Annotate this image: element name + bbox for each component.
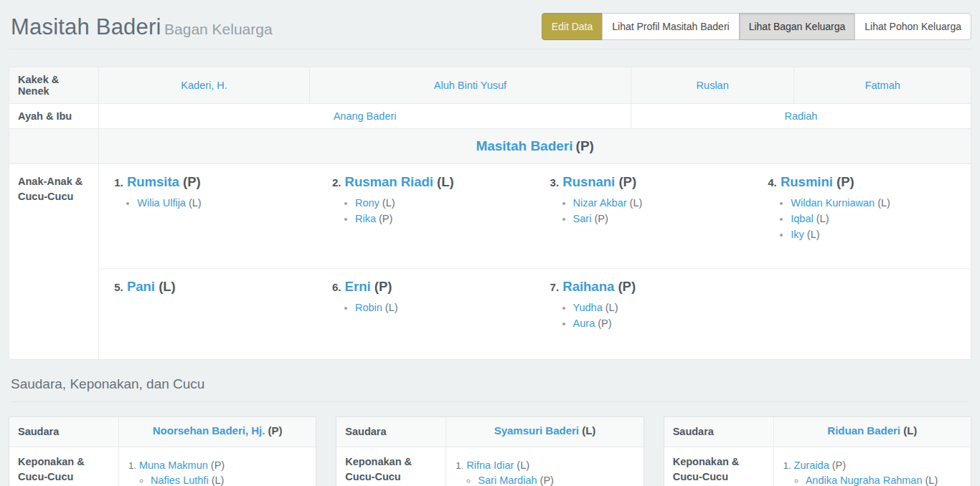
grandchild-link[interactable]: Yudha bbox=[573, 302, 603, 313]
grandchild-link[interactable]: Sari bbox=[573, 213, 592, 224]
gender-tag: (P) bbox=[832, 459, 846, 471]
nephews-label: Keponakan & Cucu-Cucu bbox=[9, 447, 119, 486]
gender-tag: (L) bbox=[807, 229, 820, 240]
grandchild-item: Rony (L) bbox=[355, 198, 529, 209]
child-entry-empty bbox=[753, 269, 971, 359]
sibling-header-row: Saudara Riduan Baderi (L) bbox=[664, 417, 971, 447]
gender-tag: (P) bbox=[594, 213, 608, 224]
nephew-child-link[interactable]: Nafies Luthfi bbox=[151, 475, 209, 486]
gender-tag: (L) bbox=[385, 302, 398, 313]
child-entry: 2. Rusman Riadi (L) Rony (L) Rika (P) bbox=[317, 164, 535, 268]
sibling-link[interactable]: Riduan Baderi bbox=[827, 424, 900, 437]
sibling-name-cell: Syamsuri Baderi (L) bbox=[446, 417, 643, 447]
child-number: 7. bbox=[550, 281, 560, 293]
child-link[interactable]: Rusmini bbox=[781, 174, 833, 189]
grandchild-item: Wildan Kurniawan (L) bbox=[791, 198, 965, 209]
grandchild-item: Rika (P) bbox=[355, 214, 529, 224]
grandparents-row: Kakek & Nenek Kaderi, H. Aluh Binti Yusu… bbox=[9, 67, 971, 104]
grandchild-link[interactable]: Iqbal bbox=[791, 213, 813, 224]
child-link[interactable]: Rusman Riadi bbox=[345, 174, 433, 189]
view-chart-button[interactable]: Lihat Bagan Keluarga bbox=[739, 13, 856, 40]
sibling-link[interactable]: Noorsehan Baderi, Hj. bbox=[153, 424, 265, 437]
nephew-number: 1. bbox=[783, 460, 791, 471]
parent-link[interactable]: Radiah bbox=[784, 110, 817, 122]
gender-tag: (P) bbox=[576, 138, 594, 153]
gender-tag: (L) bbox=[582, 424, 595, 437]
family-chart-table: Kakek & Nenek Kaderi, H. Aluh Binti Yusu… bbox=[9, 67, 971, 360]
child-link[interactable]: Raihana bbox=[562, 279, 614, 294]
grandchild-item: Aura (P) bbox=[573, 318, 748, 329]
view-profile-button[interactable]: Lihat Profil Masitah Baderi bbox=[602, 13, 739, 40]
nephews-list: 1. Zuraida (P) Andika Nugraha Rahman (L) bbox=[774, 447, 971, 486]
grandchild-item: Iqbal (L) bbox=[791, 214, 965, 224]
grandparent-link[interactable]: Ruslan bbox=[697, 80, 729, 91]
nephew-link[interactable]: Zuraida bbox=[794, 459, 829, 471]
nephew-link[interactable]: Rifna Idiar bbox=[466, 459, 514, 471]
nephew-child-item: Andika Nugraha Rahman (L) bbox=[806, 475, 965, 486]
nephew-child-item: Nafies Luthfi (L) bbox=[151, 475, 310, 486]
nephew-entry: 1. Muna Makmun (P) Nafies Luthfi (L) bbox=[128, 459, 310, 486]
grandchild-link[interactable]: Rony bbox=[355, 197, 380, 209]
nephew-entry: 1. Rifna Idiar (L) Sari Mardiah (P) bbox=[456, 459, 637, 486]
parent-link[interactable]: Anang Baderi bbox=[334, 110, 397, 122]
page: Masitah Baderi Bagan Keluarga Edit Data … bbox=[0, 0, 980, 486]
child-entry: 4. Rusmini (P) Wildan Kurniawan (L) Iqba… bbox=[753, 164, 971, 268]
page-subtitle: Bagan Keluarga bbox=[164, 21, 273, 37]
nephews-label: Keponakan & Cucu-Cucu bbox=[664, 447, 774, 486]
grandparent-link[interactable]: Kaderi, H. bbox=[181, 80, 227, 91]
gender-tag: (L) bbox=[159, 279, 176, 294]
gender-tag: (L) bbox=[382, 197, 395, 209]
gender-tag: (L) bbox=[877, 197, 890, 209]
gender-tag: (L) bbox=[189, 197, 202, 209]
child-link[interactable]: Erni bbox=[345, 279, 371, 294]
sibling-label: Saudara bbox=[664, 417, 774, 447]
nephews-row: Keponakan & Cucu-Cucu 1. Rifna Idiar (L)… bbox=[336, 447, 643, 486]
grandchild-link[interactable]: Iky bbox=[791, 229, 804, 240]
child-number: 4. bbox=[768, 176, 777, 189]
nephews-list: 1. Rifna Idiar (L) Sari Mardiah (P) bbox=[446, 447, 643, 486]
nephew-entry: 1. Zuraida (P) Andika Nugraha Rahman (L) bbox=[783, 459, 965, 486]
grandchild-link[interactable]: Robin bbox=[355, 302, 382, 313]
child-link[interactable]: Rusnani bbox=[562, 174, 615, 189]
nephews-row: Keponakan & Cucu-Cucu 1. Muna Makmun (P)… bbox=[9, 447, 316, 486]
children-label: Anak-Anak & Cucu-Cucu bbox=[9, 164, 99, 360]
gender-tag: (L) bbox=[437, 174, 454, 189]
gender-tag: (P) bbox=[837, 174, 854, 189]
grandchild-item: Robin (L) bbox=[355, 302, 529, 313]
nephew-child-link[interactable]: Andika Nugraha Rahman bbox=[806, 475, 923, 486]
grandchild-link[interactable]: Wildan Kurniawan bbox=[791, 197, 875, 209]
gender-tag: (P) bbox=[540, 475, 554, 486]
grandparent-link[interactable]: Fatmah bbox=[865, 80, 900, 91]
view-tree-button[interactable]: Lihat Pohon Keluarga bbox=[854, 13, 971, 40]
sibling-cards: Saudara Noorsehan Baderi, Hj. (P) Kepona… bbox=[9, 416, 971, 486]
child-number: 1. bbox=[114, 176, 123, 189]
gender-tag: (P) bbox=[618, 174, 636, 189]
self-label-empty bbox=[9, 129, 99, 164]
grandparent-cell: Ruslan bbox=[631, 67, 794, 104]
child-entry: 1. Rumsita (P) Wilia Ulfija (L) bbox=[99, 164, 317, 268]
view-button-group: Edit Data Lihat Profil Masitah Baderi Li… bbox=[542, 13, 971, 40]
parent-cell: Anang Baderi bbox=[99, 104, 631, 129]
nephew-link[interactable]: Muna Makmun bbox=[139, 459, 208, 471]
edit-data-button[interactable]: Edit Data bbox=[542, 13, 603, 40]
nephews-label: Keponakan & Cucu-Cucu bbox=[336, 447, 446, 486]
child-entry: 7. Raihana (P) Yudha (L) Aura (P) bbox=[535, 269, 753, 359]
nephew-child-link[interactable]: Sari Mardiah bbox=[478, 475, 537, 486]
grandchild-link[interactable]: Rika bbox=[355, 213, 376, 224]
grandparent-cell: Fatmah bbox=[794, 67, 971, 104]
child-link[interactable]: Pani bbox=[127, 279, 155, 294]
child-number: 5. bbox=[114, 281, 123, 293]
grandchild-link[interactable]: Nizar Akbar bbox=[573, 197, 627, 209]
sibling-link[interactable]: Syamsuri Baderi bbox=[494, 424, 579, 437]
grandchild-link[interactable]: Wilia Ulfija bbox=[137, 197, 186, 209]
parent-cell: Radiah bbox=[631, 104, 971, 129]
child-link[interactable]: Rumsita bbox=[127, 174, 179, 189]
grandparent-link[interactable]: Aluh Binti Yusuf bbox=[434, 80, 507, 91]
grandchild-link[interactable]: Aura bbox=[573, 318, 595, 329]
self-link[interactable]: Masitah Baderi bbox=[476, 138, 573, 153]
children-grid-row: 1. Rumsita (P) Wilia Ulfija (L) 2. Rusma… bbox=[99, 164, 971, 269]
grandparent-cell: Aluh Binti Yusuf bbox=[309, 67, 631, 104]
child-entry: 3. Rusnani (P) Nizar Akbar (L) Sari (P) bbox=[535, 164, 753, 268]
nephew-number: 1. bbox=[456, 460, 463, 471]
sibling-name-cell: Riduan Baderi (L) bbox=[774, 417, 971, 447]
